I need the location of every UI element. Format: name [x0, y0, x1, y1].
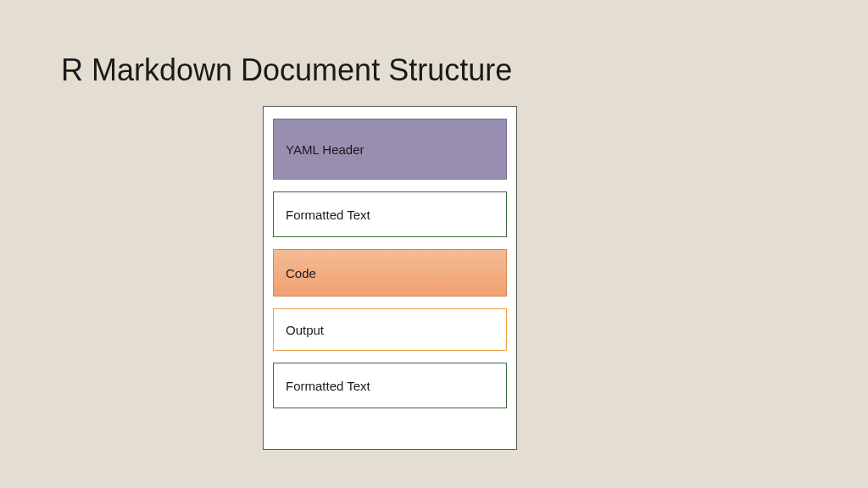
code-section: Code	[273, 249, 507, 297]
slide-title: R Markdown Document Structure	[61, 53, 512, 88]
formatted-text-section-1: Formatted Text	[273, 191, 507, 237]
output-section: Output	[273, 308, 507, 351]
formatted-text-section-2: Formatted Text	[273, 363, 507, 408]
yaml-header-section: YAML Header	[273, 119, 507, 180]
document-structure-diagram: YAML Header Formatted Text Code Output F…	[263, 106, 517, 450]
